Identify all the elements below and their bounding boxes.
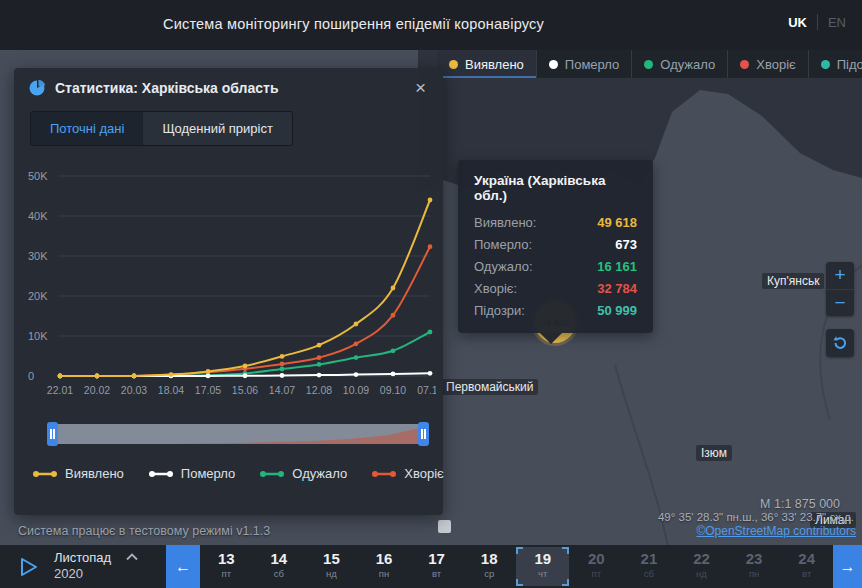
refresh-icon [832,335,848,351]
tab-current-data[interactable]: Поточні дані [31,112,143,145]
zoom-in-button[interactable]: + [826,262,854,289]
timeline-day-13[interactable]: 13пт [200,545,253,588]
timeline-day-17[interactable]: 17вт [410,545,463,588]
chart-legend-item-died[interactable]: Померло [148,466,236,481]
legend-dot-icon [449,60,458,69]
status-text: Система працює в тестовому режимі v1.1.3 [18,524,270,538]
tooltip-row-value: 32 784 [597,278,637,300]
chart-legend-item-recovered[interactable]: Одужало [259,466,347,481]
legend-item-label: Померло [565,57,620,72]
timeline-day-22[interactable]: 22нд [675,545,728,588]
date-range-slider[interactable] [52,420,424,448]
legend-dot-icon [549,60,558,69]
timeline-day-20[interactable]: 20пт [570,545,623,588]
svg-text:40K: 40K [28,210,48,222]
timeline-days: 13пт14сб15нд16пн17вт18ср19чт20пт21сб22нд… [200,545,833,588]
svg-text:18.04: 18.04 [158,384,184,396]
osm-attribution-link[interactable]: ©OpenStreetMap contributors [696,524,856,538]
month-selector[interactable]: Листопад 2020 [54,545,166,588]
map-scale: М 1:1 875 000 [760,497,840,511]
map-poi-icon [438,520,451,533]
tooltip-row-value: 16 161 [597,256,637,278]
timeline-day-19[interactable]: 19чт [516,547,569,586]
svg-text:10.09: 10.09 [343,384,369,396]
map-legend-item-sick[interactable]: Хворіє [727,50,807,78]
day-number: 13 [200,550,253,567]
language-switcher: UK EN [788,14,846,30]
zoom-controls: + − [826,262,854,316]
day-weekday: пн [728,568,781,579]
chart-legend-item-detected[interactable]: Виявлено [32,466,124,481]
month-year: 2020 [54,566,166,581]
tooltip-rows: Виявлено:49 618Померло:673Одужало:16 161… [474,212,637,322]
stats-panel: Статистика: Харківська область × Поточні… [14,68,443,515]
svg-text:14.07: 14.07 [269,384,295,396]
stats-chart: 010K20K30K40K50K22.0120.0220.0318.0417.0… [22,156,436,412]
day-weekday: сб [623,568,676,579]
day-number: 23 [728,550,781,567]
prev-day-button[interactable]: ← [166,545,200,588]
refresh-button[interactable] [826,329,854,357]
svg-text:07.11: 07.11 [417,384,436,396]
lang-en-button[interactable]: EN [828,15,846,30]
tooltip-row-value: 673 [615,234,637,256]
slider-handle-right[interactable] [418,422,429,446]
map-legend-item-recovered[interactable]: Одужало [631,50,727,78]
legend-item-label: Виявлено [465,57,524,72]
chart-legend-label: Хворіє [404,466,443,481]
day-number: 17 [410,550,463,567]
timeline-day-24[interactable]: 24вт [780,545,833,588]
slider-handle-left[interactable] [47,422,58,446]
next-day-button[interactable]: → [833,545,862,588]
map-legend-item-detected[interactable]: Виявлено [437,50,536,78]
day-weekday: пт [570,568,623,579]
selection-corner [562,579,569,586]
map-legend-item-suspected[interactable]: Підозри [808,50,862,78]
timeline-day-14[interactable]: 14сб [253,545,306,588]
legend-item-label: Одужало [660,57,715,72]
timeline-bar: Листопад 2020 ← 13пт14сб15нд16пн17вт18ср… [0,545,862,588]
timeline-day-16[interactable]: 16пн [358,545,411,588]
timeline-day-23[interactable]: 23пн [728,545,781,588]
day-weekday: чт [516,568,569,579]
tooltip-row-detected: Виявлено:49 618 [474,212,637,234]
tooltip-row-value: 49 618 [597,212,637,234]
svg-text:15.06: 15.06 [232,384,258,396]
day-number: 14 [253,550,306,567]
day-number: 18 [463,550,516,567]
day-weekday: вт [410,568,463,579]
legend-dot-icon [740,60,749,69]
zoom-out-button[interactable]: − [826,289,854,316]
play-button[interactable] [0,545,54,588]
map-tooltip: Україна (Харківська обл.) Виявлено:49 61… [458,160,653,333]
timeline-day-21[interactable]: 21сб [623,545,676,588]
selection-corner [516,579,523,586]
svg-text:50K: 50K [28,170,48,182]
chevron-up-icon [126,553,138,561]
day-weekday: пт [200,568,253,579]
chart-legend-item-sick[interactable]: Хворіє [371,466,443,481]
chart-legend-label: Виявлено [65,466,124,481]
chart-svg: 010K20K30K40K50K22.0120.0220.0318.0417.0… [22,156,436,408]
panel-title: Статистика: Харківська область [55,80,412,96]
close-icon[interactable]: × [412,80,429,96]
map-label-kupyansk: Куп'янськ [762,273,824,289]
legend-item-label: Хворіє [756,57,795,72]
lang-uk-button[interactable]: UK [788,15,807,30]
map-legend-item-died[interactable]: Померло [536,50,632,78]
svg-text:20.02: 20.02 [84,384,110,396]
chart-legend-label: Одужало [292,466,347,481]
svg-text:22.01: 22.01 [47,384,73,396]
tooltip-row-label: Хворіє: [474,278,517,300]
legend-item-label: Підозри [837,57,862,72]
panel-tabs: Поточні дані Щоденний приріст [30,111,293,146]
tab-daily-growth[interactable]: Щоденний приріст [143,112,292,145]
svg-text:20K: 20K [28,290,48,302]
tooltip-row-value: 50 999 [597,300,637,322]
svg-text:09.10: 09.10 [380,384,406,396]
timeline-day-18[interactable]: 18ср [463,545,516,588]
timeline-day-15[interactable]: 15нд [305,545,358,588]
lang-divider [817,14,818,30]
day-weekday: пн [358,568,411,579]
pie-chart-icon [28,79,46,97]
